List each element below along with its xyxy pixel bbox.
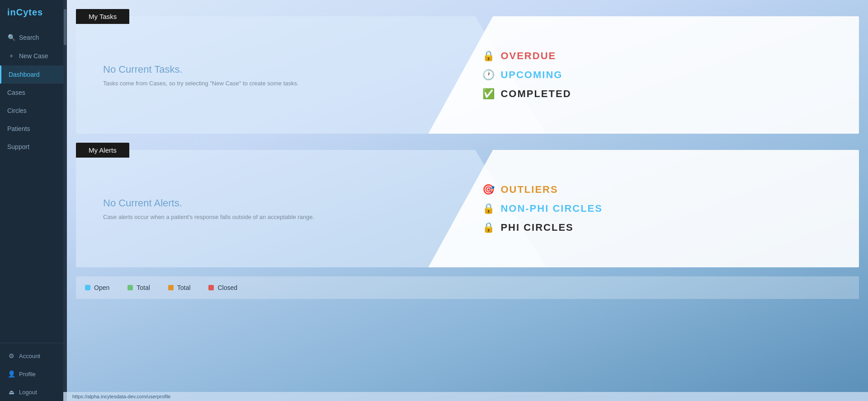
alerts-no-items-title: No Current Alerts. <box>103 197 519 209</box>
check-icon-completed: ✅ <box>482 88 495 100</box>
clock-icon-upcoming: 🕐 <box>482 69 495 81</box>
stat-total2-dot <box>168 285 174 290</box>
sidebar-item-patients[interactable]: Patients <box>0 120 63 138</box>
alerts-nonphi-label: NON-PHI CIRCLES <box>500 203 603 214</box>
tasks-completed-item[interactable]: ✅ COMPLETED <box>482 88 832 100</box>
alerts-section-label: My Alerts <box>76 143 129 158</box>
sidebar-item-dashboard[interactable]: Dashboard <box>0 65 63 84</box>
sidebar-item-logout[interactable]: ⏏ Logout <box>0 383 63 401</box>
stat-open: Open <box>85 284 109 291</box>
alerts-outliers-item[interactable]: 🎯 OUTLIERS <box>482 184 832 196</box>
alerts-phi-label: PHI CIRCLES <box>500 222 573 233</box>
stat-total2: Total <box>168 284 191 291</box>
scrollbar-area <box>63 0 67 401</box>
tasks-upcoming-item[interactable]: 🕐 UPCOMING <box>482 69 832 81</box>
stat-closed: Closed <box>208 284 237 291</box>
stat-total1-dot <box>127 285 133 290</box>
sidebar-item-search[interactable]: 🔍 Search <box>0 28 63 47</box>
sidebar-item-support[interactable]: Support <box>0 138 63 156</box>
account-icon: ⚙ <box>7 352 15 359</box>
sidebar-bottom: ⚙ Account 👤 Profile ⏏ Logout <box>0 343 63 401</box>
stat-closed-dot <box>208 285 214 290</box>
alerts-panel-right: 🎯 OUTLIERS 🔒 NON-PHI CIRCLES 🔒 PHI CIRCL… <box>428 150 859 267</box>
sidebar: inCytes 🔍 Search ＋ New Case Dashboard Ca… <box>0 0 63 401</box>
stat-open-dot <box>85 285 90 290</box>
sidebar-item-account[interactable]: ⚙ Account <box>0 347 63 365</box>
lock-icon-phi: 🔒 <box>482 222 495 233</box>
profile-icon: 👤 <box>7 370 15 378</box>
alerts-section: My Alerts No Current Alerts. Case alerts… <box>76 150 859 267</box>
tasks-overdue-item[interactable]: 🔒 OVERDUE <box>482 50 832 62</box>
sidebar-item-circles[interactable]: Circles <box>0 102 63 120</box>
content-wrapper: My Tasks No Current Tasks. Tasks come fr… <box>67 0 868 401</box>
plus-icon: ＋ <box>7 52 15 60</box>
tasks-section-label: My Tasks <box>76 9 129 24</box>
tasks-panel: No Current Tasks. Tasks come from Cases,… <box>76 16 859 134</box>
lock-icon-nonphi: 🔒 <box>482 203 495 214</box>
scrollbar-thumb[interactable] <box>64 9 66 45</box>
stat-total1: Total <box>127 284 150 291</box>
search-icon: 🔍 <box>7 34 15 41</box>
target-icon-outliers: 🎯 <box>482 184 495 196</box>
bottom-stats-bar: Open Total Total Closed <box>76 276 859 299</box>
logout-icon: ⏏ <box>7 388 15 396</box>
alerts-outliers-label: OUTLIERS <box>500 184 558 196</box>
tasks-panel-right: 🔒 OVERDUE 🕐 UPCOMING ✅ COMPLETED <box>428 16 859 134</box>
alerts-panel: No Current Alerts. Case alerts occur whe… <box>76 150 859 267</box>
tasks-upcoming-label: UPCOMING <box>500 69 562 81</box>
tasks-section: My Tasks No Current Tasks. Tasks come fr… <box>76 16 859 134</box>
sidebar-item-new-case[interactable]: ＋ New Case <box>0 47 63 65</box>
lock-icon-overdue: 🔒 <box>482 50 495 62</box>
alerts-nonphi-item[interactable]: 🔒 NON-PHI CIRCLES <box>482 203 832 214</box>
tasks-overdue-label: OVERDUE <box>500 50 556 62</box>
app-logo: inCytes <box>0 0 63 28</box>
sidebar-item-profile[interactable]: 👤 Profile <box>0 365 63 383</box>
tasks-no-items-title: No Current Tasks. <box>103 64 519 75</box>
tasks-completed-label: COMPLETED <box>500 88 571 100</box>
sidebar-item-cases[interactable]: Cases <box>0 84 63 102</box>
alerts-phi-item[interactable]: 🔒 PHI CIRCLES <box>482 222 832 233</box>
main-content: My Tasks No Current Tasks. Tasks come fr… <box>67 0 868 401</box>
